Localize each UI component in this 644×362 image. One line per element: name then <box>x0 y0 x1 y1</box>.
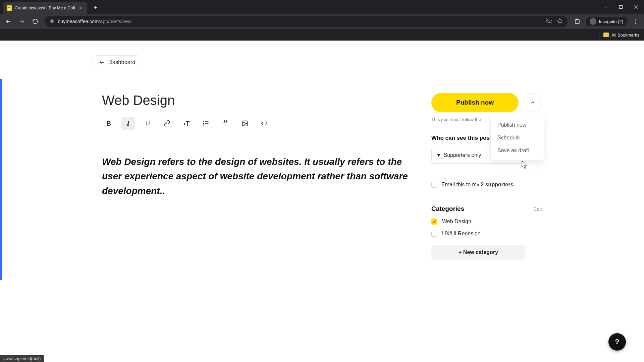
incognito-icon <box>590 18 596 25</box>
email-supporters-label: Email this to my 2 supporters. <box>441 182 515 188</box>
category-checkbox[interactable]: ✓ <box>431 219 437 225</box>
favicon-icon: ☕ <box>7 5 12 11</box>
post-title-input[interactable]: Web Design <box>102 93 411 108</box>
reload-icon[interactable] <box>30 16 41 27</box>
bold-button[interactable]: B <box>102 117 115 130</box>
eye-off-icon[interactable] <box>546 18 552 25</box>
image-button[interactable] <box>238 117 252 130</box>
browser-toolbar: buymeacoffee.com/app/posts/new Incognito… <box>0 14 644 29</box>
close-tab-icon[interactable]: × <box>78 5 83 11</box>
back-to-dashboard-label: Dashboard <box>108 59 136 65</box>
underline-button[interactable]: U <box>141 117 154 130</box>
format-toolbar: B I U тT ” <box>102 117 411 137</box>
new-category-button[interactable]: + New category <box>431 245 525 260</box>
star-icon[interactable] <box>557 18 563 25</box>
post-body-editor[interactable]: Web Design refers to the design of websi… <box>102 155 411 198</box>
svg-point-15 <box>204 123 204 124</box>
svg-rect-0 <box>604 7 607 7</box>
svg-marker-7 <box>557 18 562 23</box>
code-button[interactable] <box>258 117 271 130</box>
incognito-chip[interactable]: Incognito (2) <box>586 17 627 26</box>
address-bar[interactable]: buymeacoffee.com/app/posts/new <box>45 16 568 27</box>
svg-rect-1 <box>620 5 623 8</box>
all-bookmarks-label: All Bookmarks <box>611 33 639 38</box>
back-to-dashboard-button[interactable]: Dashboard <box>91 55 143 69</box>
nav-forward-icon[interactable] <box>16 16 28 27</box>
menu-schedule[interactable]: Schedule <box>492 131 542 144</box>
nav-back-icon[interactable] <box>3 16 14 27</box>
svg-point-16 <box>204 125 204 125</box>
incognito-label: Incognito (2) <box>599 19 623 24</box>
text-size-button[interactable]: тT <box>180 117 193 130</box>
svg-point-18 <box>244 122 245 123</box>
chevron-up-icon <box>530 100 536 106</box>
audience-selected-label: Supporters only <box>444 152 481 158</box>
categories-heading: Categories <box>431 205 464 213</box>
minimize-icon[interactable] <box>598 1 613 13</box>
list-button[interactable] <box>199 117 213 130</box>
heart-icon: ♥ <box>437 152 440 158</box>
category-item[interactable]: UX/UI Redesign <box>431 231 542 237</box>
tab-strip: ☕ Create new post | Buy Me a Coff × + <box>0 0 644 14</box>
category-checkbox[interactable] <box>431 231 437 237</box>
arrow-left-icon <box>99 59 105 65</box>
email-supporters-checkbox[interactable] <box>431 182 437 188</box>
category-item[interactable]: ✓ Web Design <box>431 219 542 225</box>
folder-icon <box>603 33 609 37</box>
tab-title: Create new post | Buy Me a Coff <box>15 6 75 10</box>
menu-save-draft[interactable]: Save as draft <box>492 144 542 157</box>
chevron-down-icon[interactable] <box>582 1 598 13</box>
publish-menu: Publish now Schedule Save as draft <box>490 115 544 161</box>
maximize-icon[interactable] <box>613 1 629 13</box>
categories-edit-button[interactable]: Edit <box>533 206 542 212</box>
svg-point-14 <box>204 121 204 122</box>
new-tab-button[interactable]: + <box>91 3 100 13</box>
all-bookmarks-button[interactable]: All Bookmarks <box>603 33 639 38</box>
window-controls <box>582 1 644 13</box>
publish-button[interactable]: Publish now <box>431 93 519 112</box>
close-window-icon[interactable] <box>629 1 644 13</box>
italic-button[interactable]: I <box>121 117 135 130</box>
category-label: UX/UI Redesign <box>442 231 481 237</box>
kebab-menu-icon[interactable]: ⋮ <box>630 16 641 27</box>
link-button[interactable] <box>160 117 174 130</box>
lock-icon <box>50 18 54 24</box>
selection-accent <box>0 79 2 280</box>
extensions-icon[interactable] <box>572 16 583 27</box>
category-label: Web Design <box>442 219 471 225</box>
menu-publish-now[interactable]: Publish now <box>492 119 542 131</box>
status-bar: javascript:void(null) <box>0 355 44 362</box>
bookmarks-bar: All Bookmarks <box>0 29 644 41</box>
help-fab-button[interactable]: ? <box>608 333 626 351</box>
url-text: buymeacoffee.com/app/posts/new <box>58 19 131 24</box>
browser-tab[interactable]: ☕ Create new post | Buy Me a Coff × <box>3 2 87 14</box>
publish-options-toggle[interactable] <box>523 93 542 112</box>
quote-button[interactable]: ” <box>219 117 232 130</box>
